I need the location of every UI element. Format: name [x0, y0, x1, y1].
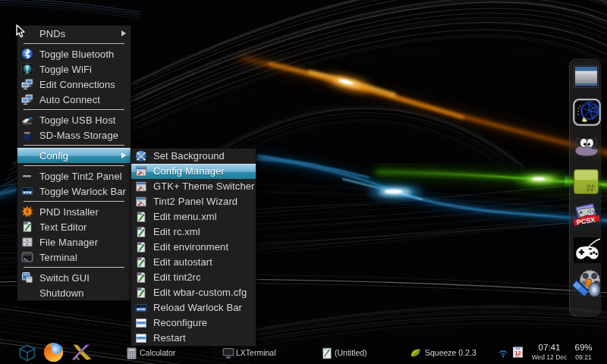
- svg-text:DEC: DEC: [515, 355, 521, 358]
